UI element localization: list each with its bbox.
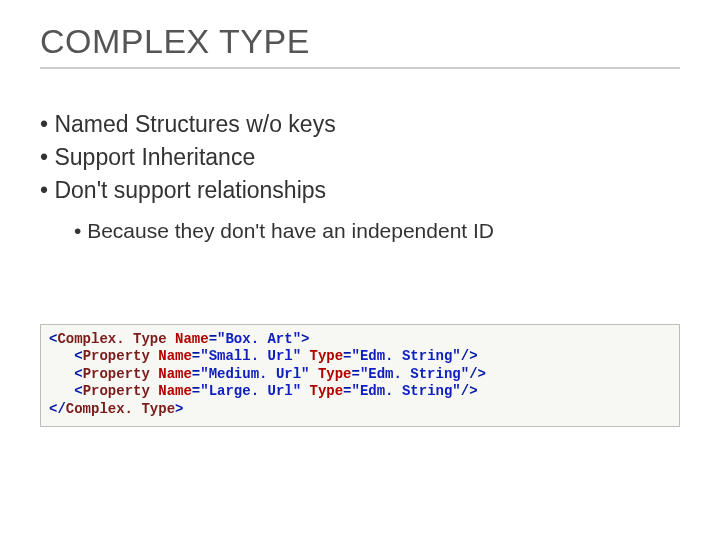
code-close-tag: Complex. Type [66, 401, 175, 417]
bullet-item: Don't support relationships [40, 175, 680, 206]
sub-bullet-item: Because they don't have an independent I… [74, 216, 680, 245]
code-attr-value: "Edm. String" [360, 366, 469, 382]
code-prop-tag: Property [83, 366, 150, 382]
title-underline [40, 67, 680, 69]
code-prop-tag: Property [83, 383, 150, 399]
bullet-list: Named Structures w/o keys Support Inheri… [40, 109, 680, 208]
code-attr-name: Name [158, 383, 192, 399]
sub-bullet-list: Because they don't have an independent I… [40, 216, 680, 245]
code-attr-value: "Large. Url" [200, 383, 301, 399]
code-sample: <Complex. Type Name="Box. Art"> <Propert… [40, 324, 680, 428]
code-attr-name: Name [175, 331, 209, 347]
code-attr-value: "Edm. String" [352, 383, 461, 399]
code-attr-value: "Edm. String" [352, 348, 461, 364]
code-open-tag: Complex. Type [57, 331, 166, 347]
code-prop-tag: Property [83, 348, 150, 364]
code-attr-name: Type [310, 383, 344, 399]
code-attr-value: "Box. Art" [217, 331, 301, 347]
code-attr-value: "Medium. Url" [200, 366, 309, 382]
code-attr-name: Name [158, 366, 192, 382]
code-attr-name: Type [318, 366, 352, 382]
code-attr-name: Type [310, 348, 344, 364]
code-attr-value: "Small. Url" [200, 348, 301, 364]
slide-title: COMPLEX TYPE [40, 22, 680, 61]
code-attr-name: Name [158, 348, 192, 364]
bullet-item: Named Structures w/o keys [40, 109, 680, 140]
bullet-item: Support Inheritance [40, 142, 680, 173]
slide: COMPLEX TYPE Named Structures w/o keys S… [0, 0, 720, 540]
